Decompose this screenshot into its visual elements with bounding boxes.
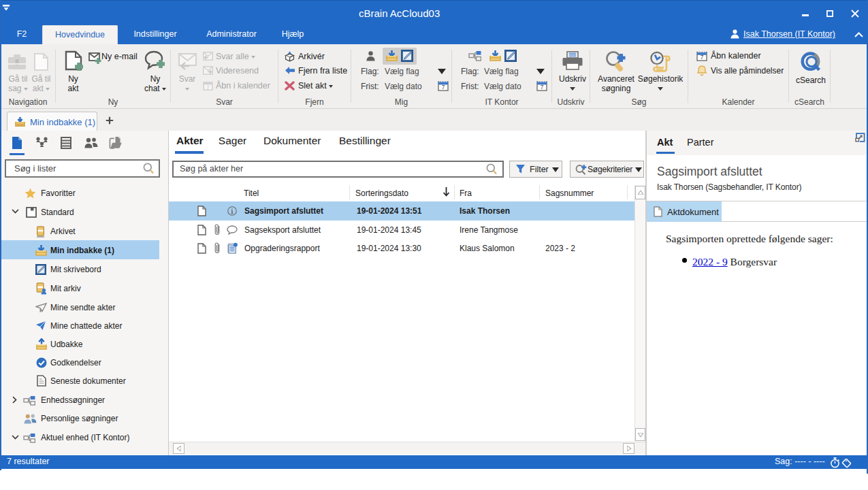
svg-text:7: 7 (541, 84, 544, 91)
svg-text:7: 7 (442, 84, 445, 91)
svg-text:7: 7 (701, 54, 704, 61)
svg-text:7: 7 (207, 85, 210, 90)
